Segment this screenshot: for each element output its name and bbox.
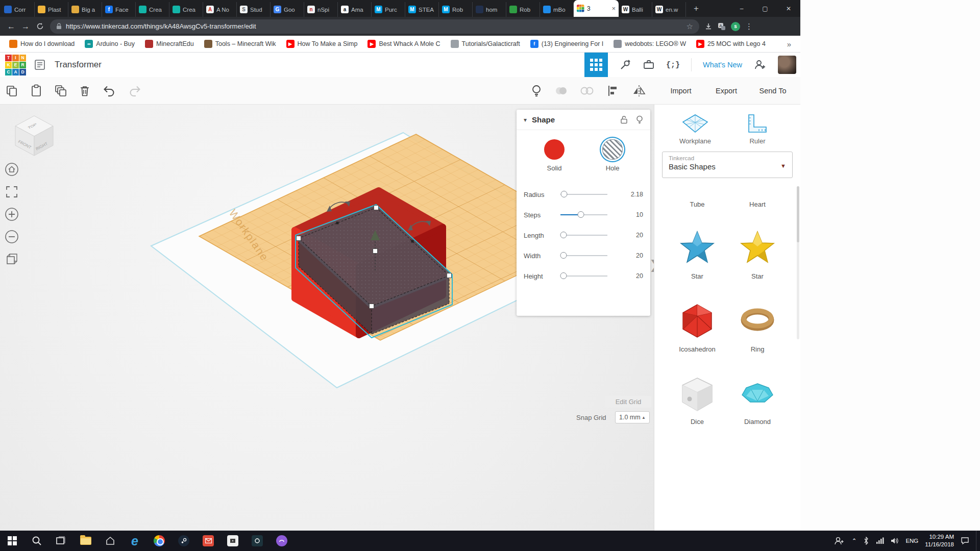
- width-slider[interactable]: [560, 252, 607, 259]
- network-tray-icon[interactable]: [876, 537, 884, 544]
- slider-knob[interactable]: [560, 252, 567, 259]
- forward-icon[interactable]: →: [18, 19, 33, 34]
- window-maximize-button[interactable]: ▢: [753, 0, 777, 17]
- zoom-out-button[interactable]: [4, 229, 19, 244]
- taskbar-clock[interactable]: 10:29 AM 11/16/2018: [925, 533, 954, 548]
- bookmarks-overflow-icon[interactable]: »: [783, 40, 795, 48]
- bookmark-item[interactable]: ▶How To Make a Simp: [282, 38, 362, 50]
- codeblocks-icon[interactable]: {;}: [666, 61, 680, 69]
- bluetooth-tray-icon[interactable]: [863, 537, 869, 545]
- bookmark-item[interactable]: Tools – Minecraft Wik: [200, 38, 280, 50]
- browser-tab[interactable]: nnSpi: [304, 2, 338, 17]
- url-field[interactable]: https://www.tinkercad.com/things/kA48Aws…: [50, 19, 699, 34]
- steps-slider[interactable]: [560, 211, 607, 218]
- file-explorer-icon[interactable]: [74, 531, 98, 551]
- lock-icon[interactable]: [620, 115, 628, 124]
- height-slider[interactable]: [560, 272, 607, 280]
- import-button[interactable]: Import: [662, 77, 700, 105]
- group-icon[interactable]: [554, 84, 568, 97]
- bookmark-item[interactable]: ∞Arduino - Buy: [81, 38, 139, 50]
- video-app-icon[interactable]: [220, 531, 245, 551]
- hole-swatch[interactable]: [602, 139, 623, 160]
- people-icon[interactable]: [834, 536, 845, 545]
- slider-knob[interactable]: [560, 232, 567, 238]
- tools-icon[interactable]: [619, 59, 631, 71]
- bookmark-item[interactable]: Tutorials/Galacticraft: [447, 38, 524, 50]
- shape-item-star-blue[interactable]: Star: [672, 230, 723, 280]
- steam-icon[interactable]: [172, 531, 196, 551]
- browser-tab[interactable]: aAma: [338, 2, 372, 17]
- reload-icon[interactable]: [33, 19, 47, 34]
- solid-option[interactable]: Solid: [534, 139, 575, 172]
- browser-tab[interactable]: Corr: [1, 2, 35, 17]
- dashboard-grid-button[interactable]: [584, 53, 608, 77]
- paste-icon[interactable]: [30, 84, 43, 97]
- browser-tab[interactable]: SStud: [237, 2, 271, 17]
- tab-close-icon[interactable]: ×: [611, 5, 616, 12]
- align-icon[interactable]: [606, 84, 620, 97]
- hole-option[interactable]: Hole: [592, 139, 633, 172]
- shape-item-heart[interactable]: Heart: [732, 199, 783, 209]
- canvas-3d-viewport[interactable]: Workplane: [0, 105, 654, 531]
- language-indicator[interactable]: ENG: [905, 538, 918, 544]
- design-properties-icon[interactable]: [34, 59, 45, 70]
- view-cube[interactable]: TOP FRONT RIGHT: [15, 116, 53, 156]
- downloads-icon[interactable]: [704, 22, 713, 31]
- edit-grid-button[interactable]: Edit Grid: [605, 396, 651, 408]
- shape-category-dropdown[interactable]: Tinkercad Basic Shapes ▼: [662, 152, 793, 178]
- export-button[interactable]: Export: [707, 77, 745, 105]
- game-app-icon[interactable]: [270, 531, 294, 551]
- browser-tab[interactable]: MRob: [439, 2, 473, 17]
- invite-person-icon[interactable]: [753, 59, 767, 71]
- window-close-button[interactable]: ✕: [777, 0, 800, 17]
- visibility-bulb-icon[interactable]: [636, 115, 643, 124]
- browser-tab[interactable]: Crea: [136, 2, 169, 17]
- shape-item-ring[interactable]: Ring: [732, 304, 783, 353]
- browser-tab[interactable]: hom: [473, 2, 506, 17]
- slider-knob[interactable]: [560, 272, 567, 279]
- action-center-icon[interactable]: [961, 537, 969, 545]
- snap-grid-select[interactable]: 1.0 mm ▲: [615, 411, 650, 423]
- back-icon[interactable]: ←: [4, 19, 18, 34]
- solid-swatch[interactable]: [544, 139, 565, 160]
- browser-tab-active[interactable]: 3 ×: [574, 0, 619, 17]
- redo-icon[interactable]: [128, 84, 142, 97]
- browser-tab[interactable]: GGoo: [271, 2, 304, 17]
- perspective-toggle-button[interactable]: [4, 252, 19, 267]
- new-tab-button[interactable]: +: [689, 2, 703, 16]
- task-view-button[interactable]: [49, 531, 74, 551]
- mail-app-icon[interactable]: [196, 531, 220, 551]
- browser-tab[interactable]: Wen.w: [652, 2, 686, 17]
- tray-expand-icon[interactable]: ⌃: [852, 537, 857, 544]
- capture-app-icon[interactable]: [245, 531, 270, 551]
- undo-icon[interactable]: [102, 84, 116, 97]
- whats-new-link[interactable]: What's New: [703, 61, 742, 69]
- browser-tab[interactable]: AA No: [203, 2, 237, 17]
- browser-tab[interactable]: MPurc: [372, 2, 405, 17]
- send-to-button[interactable]: Send To: [751, 77, 794, 105]
- browser-tab[interactable]: fFace: [102, 2, 136, 17]
- bookmark-item[interactable]: ▶Best Whack A Mole C: [363, 38, 444, 50]
- edge-icon[interactable]: e: [122, 531, 147, 551]
- volume-tray-icon[interactable]: [891, 537, 899, 544]
- chrome-icon[interactable]: [147, 531, 172, 551]
- browser-tab[interactable]: Rob: [506, 2, 540, 17]
- bookmark-item[interactable]: ▶25 MOC with Lego 4: [692, 38, 770, 50]
- length-slider[interactable]: [560, 232, 607, 239]
- browser-tab[interactable]: MSTEA: [405, 2, 439, 17]
- workplane-tool[interactable]: Workplane: [670, 113, 721, 145]
- fit-view-button[interactable]: [4, 184, 19, 199]
- sidebar-scrollbar[interactable]: [797, 186, 799, 339]
- ungroup-icon[interactable]: [580, 84, 594, 97]
- browser-tab[interactable]: Crea: [169, 2, 203, 17]
- window-minimize-button[interactable]: –: [730, 0, 753, 17]
- bookmark-star-icon[interactable]: ☆: [687, 22, 693, 31]
- zoom-in-button[interactable]: [4, 207, 19, 222]
- shape-item-star-yellow[interactable]: Star: [732, 230, 783, 280]
- sidebar-collapse-button[interactable]: ❯: [649, 258, 654, 272]
- browser-tab[interactable]: mBo: [540, 2, 574, 17]
- user-avatar[interactable]: [778, 56, 796, 74]
- app-icon-groove[interactable]: [98, 531, 122, 551]
- translate-icon[interactable]: A: [718, 22, 726, 31]
- bookmark-item[interactable]: f(13) Engineering For I: [526, 38, 608, 50]
